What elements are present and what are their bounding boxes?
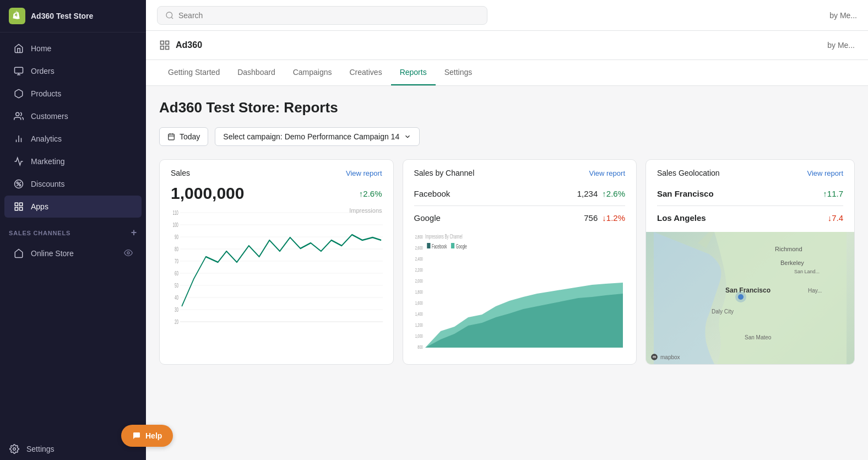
svg-text:2,600: 2,600 xyxy=(415,245,422,251)
la-row: Los Angeles ↓7.4 xyxy=(657,210,843,225)
svg-text:San Mateo: San Mateo xyxy=(745,334,772,340)
google-name: Google xyxy=(414,213,441,223)
sf-name: San Francisco xyxy=(657,189,714,198)
sidebar-item-customers[interactable]: Customers xyxy=(4,105,142,127)
main-content: by Me... Ad360 by Me... Getting Started … xyxy=(146,0,868,460)
svg-marker-63 xyxy=(425,283,623,348)
svg-text:70: 70 xyxy=(175,258,178,264)
google-row: Google 756 ↓1.2% xyxy=(414,210,626,225)
svg-point-14 xyxy=(127,252,129,254)
customers-icon xyxy=(13,111,24,122)
orders-icon xyxy=(13,66,24,77)
by-merchants-label: by Me... xyxy=(827,41,855,50)
tab-reports[interactable]: Reports xyxy=(391,60,436,85)
sidebar-item-home[interactable]: Home xyxy=(4,37,142,59)
sales-line-chart: 110 100 90 80 70 60 50 40 30 20 xyxy=(166,207,387,328)
help-button[interactable]: Help xyxy=(121,425,173,447)
sidebar-item-products[interactable]: Products xyxy=(4,83,142,105)
sidebar-item-apps[interactable]: Apps xyxy=(4,196,142,218)
svg-text:Richmond: Richmond xyxy=(775,246,802,252)
impressions-label: Impressions xyxy=(349,207,382,214)
chevron-down-icon xyxy=(404,133,411,140)
svg-text:Daly City: Daly City xyxy=(712,309,734,315)
map-svg: Richmond Berkeley San Francisco Daly Cit… xyxy=(646,232,854,364)
facebook-value: 1,234 ↑2.6% xyxy=(577,189,625,198)
svg-point-8 xyxy=(19,185,21,186)
svg-text:2,200: 2,200 xyxy=(415,267,422,273)
tab-creatives[interactable]: Creatives xyxy=(341,60,391,85)
facebook-row: Facebook 1,234 ↑2.6% xyxy=(414,186,626,201)
search-bar[interactable] xyxy=(157,6,487,25)
svg-text:1,800: 1,800 xyxy=(415,289,422,295)
sidebar-header: Ad360 Test Store xyxy=(0,0,146,33)
sales-card: Sales View report 1,000,000 ↑2.6% Impres… xyxy=(159,159,394,365)
app-title: Ad360 xyxy=(176,40,202,50)
svg-text:Berkeley: Berkeley xyxy=(780,259,804,266)
svg-text:Google: Google xyxy=(455,243,466,250)
app-area: Ad360 Test Store: Reports Today Select c… xyxy=(146,86,868,460)
tab-dashboard[interactable]: Dashboard xyxy=(229,60,284,85)
svg-text:1,000: 1,000 xyxy=(415,333,422,339)
svg-rect-13 xyxy=(15,208,18,210)
sidebar-nav: Home Orders Products Customers Analytics xyxy=(0,33,146,438)
tab-settings[interactable]: Settings xyxy=(436,60,481,85)
svg-text:100: 100 xyxy=(172,221,178,228)
page-content: Ad360 Test Store: Reports Today Select c… xyxy=(146,86,868,378)
sf-percent: ↑11.7 xyxy=(823,189,843,198)
app-header-left: Ad360 xyxy=(159,31,202,59)
home-icon xyxy=(13,43,24,54)
calendar-icon xyxy=(167,133,175,140)
tab-campaigns[interactable]: Campaigns xyxy=(284,60,341,85)
svg-rect-0 xyxy=(15,67,23,73)
channel-chart: 2,800 2,600 2,400 2,200 2,000 1,800 1,60… xyxy=(403,232,637,364)
settings-icon xyxy=(9,443,20,454)
svg-rect-18 xyxy=(161,41,164,45)
geo-locations: San Francisco ↑11.7 Los Angeles ↓7.4 xyxy=(646,182,854,232)
sales-by-channel-card: Sales by Channel View report Facebook 1,… xyxy=(403,159,637,365)
google-percent: ↓1.2% xyxy=(602,213,625,223)
svg-text:50: 50 xyxy=(175,282,178,289)
sidebar-item-analytics-label: Analytics xyxy=(31,134,62,143)
sales-channels-label: SALES CHANNELS + xyxy=(0,218,146,242)
tab-getting-started[interactable]: Getting Started xyxy=(159,60,229,85)
sidebar-item-discounts[interactable]: Discounts xyxy=(4,173,142,195)
svg-text:1,200: 1,200 xyxy=(415,322,422,328)
online-store-label: Online Store xyxy=(31,249,74,258)
channel-card-header: Sales by Channel View report xyxy=(403,160,637,182)
sidebar-item-online-store[interactable]: Online Store xyxy=(4,242,142,264)
la-name: Los Angeles xyxy=(657,213,706,223)
svg-text:1,400: 1,400 xyxy=(415,311,422,317)
svg-text:San Land...: San Land... xyxy=(794,269,820,274)
grid-icon xyxy=(159,40,170,51)
svg-text:90: 90 xyxy=(175,234,178,240)
sidebar-item-discounts-label: Discounts xyxy=(31,180,64,188)
svg-text:m: m xyxy=(653,355,656,359)
today-label: Today xyxy=(180,132,200,141)
eye-icon[interactable] xyxy=(124,248,133,259)
campaign-label: Select campaign: Demo Performance Campai… xyxy=(223,132,399,141)
geo-view-report-link[interactable]: View report xyxy=(807,169,843,177)
sales-geo-card: Sales Geolocation View report San Franci… xyxy=(645,159,855,365)
tabs-bar: Getting Started Dashboard Campaigns Crea… xyxy=(146,60,868,86)
search-input[interactable] xyxy=(178,11,479,20)
campaign-select-button[interactable]: Select campaign: Demo Performance Campai… xyxy=(215,127,420,146)
sales-view-report-link[interactable]: View report xyxy=(346,169,382,177)
today-button[interactable]: Today xyxy=(159,127,208,146)
svg-text:San Francisco: San Francisco xyxy=(725,286,771,294)
channel-view-report-link[interactable]: View report xyxy=(589,169,625,177)
svg-rect-20 xyxy=(166,46,169,50)
sidebar-item-marketing[interactable]: Marketing xyxy=(4,150,142,172)
map-container: Richmond Berkeley San Francisco Daly Cit… xyxy=(646,232,854,364)
svg-rect-22 xyxy=(169,134,175,140)
svg-point-72 xyxy=(735,291,746,302)
sidebar-item-home-label: Home xyxy=(31,44,51,53)
sidebar-item-analytics[interactable]: Analytics xyxy=(4,128,142,150)
sidebar-item-orders[interactable]: Orders xyxy=(4,60,142,82)
svg-rect-21 xyxy=(161,46,164,50)
svg-line-17 xyxy=(171,17,173,19)
sales-percent: ↑2.6% xyxy=(359,189,382,198)
add-sales-channel-button[interactable]: + xyxy=(131,227,137,239)
la-percent: ↓7.4 xyxy=(828,213,843,223)
cards-row: Sales View report 1,000,000 ↑2.6% Impres… xyxy=(159,159,855,365)
facebook-percent: ↑2.6% xyxy=(602,189,625,198)
